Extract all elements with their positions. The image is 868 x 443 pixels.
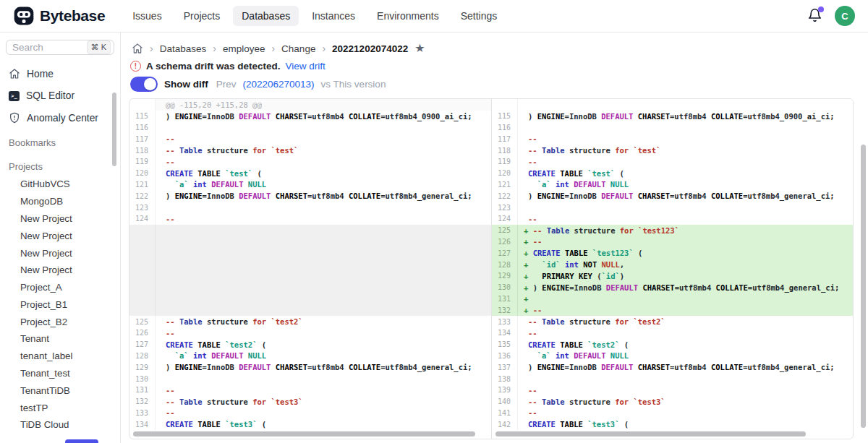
code-token: -- [166, 215, 175, 223]
line-number: 120 [492, 168, 518, 179]
notification-dot [818, 7, 824, 12]
brand[interactable]: Bytebase [13, 5, 105, 27]
sidebar-scrollbar-thumb[interactable] [112, 93, 116, 166]
code-token: structure [565, 146, 616, 155]
code-token: =InnoDB [203, 112, 239, 121]
nav-item-environments[interactable]: Environments [368, 6, 448, 26]
code-token: COLLATE [711, 112, 743, 121]
sidebar-item-home[interactable]: Home [6, 64, 114, 84]
diff-code-row: 130 [129, 373, 491, 384]
sidebar-project-item[interactable]: New Project [17, 227, 114, 244]
code-token: =utf8mb4_general_ci; [748, 283, 839, 292]
sidebar-project-item[interactable]: New Project [17, 244, 114, 262]
added-marker: + [524, 283, 533, 292]
sidebar-item-anomaly-center[interactable]: Anomaly Center [6, 108, 114, 128]
added-marker: + [524, 260, 533, 269]
code-token: ENGINE [537, 112, 565, 121]
sidebar-project-item[interactable]: Project_B2 [17, 313, 114, 330]
code-token: -- [528, 146, 542, 155]
line-number [129, 225, 156, 236]
line-number: 141 [492, 408, 518, 419]
breadcrumb-item[interactable]: Databases [160, 43, 207, 54]
code-token: ( [634, 249, 643, 257]
code-text: -- Table structure for `test2` [156, 316, 491, 327]
line-number: 118 [492, 145, 518, 156]
sidebar-project-item[interactable]: tenant_label [17, 348, 114, 365]
avatar[interactable]: C [835, 6, 855, 26]
sidebar-project-item[interactable]: Project_B1 [17, 296, 114, 313]
code-token: ( [257, 420, 266, 429]
code-token: -- [528, 329, 537, 337]
code-token: `id` [542, 260, 560, 269]
diff-added-row: 129+ PRIMARY KEY (`id`) [492, 270, 853, 282]
top-bar: Bytebase IssuesProjectsDatabasesInstance… [0, 0, 868, 33]
sidebar-project-item[interactable]: New Project [17, 210, 114, 228]
breadcrumb-item[interactable]: 20221202074022 [332, 43, 408, 54]
sidebar-project-item[interactable]: TiDB Cloud [17, 416, 114, 434]
diff-code-row: 119-- [129, 156, 491, 168]
view-drift-link[interactable]: View drift [286, 61, 326, 72]
code-token: NULL [602, 260, 620, 269]
code-text: -- [518, 384, 853, 396]
code-token: -- [166, 134, 175, 143]
line-number: 123 [129, 202, 156, 213]
code-token: -- [528, 386, 537, 395]
diff-pane-current: 115) ENGINE=InnoDB DEFAULT CHARSET=utf8m… [491, 99, 853, 439]
line-number: 140 [492, 396, 518, 408]
search-input[interactable] [12, 42, 73, 53]
home-icon[interactable] [132, 43, 143, 54]
code-token: COLLATE [716, 283, 748, 292]
nav-item-databases[interactable]: Databases [233, 6, 299, 26]
nav-item-settings[interactable]: Settings [452, 6, 506, 26]
nav-item-issues[interactable]: Issues [124, 6, 170, 26]
star-icon[interactable]: ★ [414, 43, 425, 54]
code-text: -- [156, 408, 491, 419]
code-token: =utf8mb4_0900_ai_ci; [380, 112, 472, 121]
code-token: PRIMARY [542, 272, 574, 280]
sidebar-project-item[interactable]: Tenant [17, 330, 114, 348]
search-box[interactable]: ⌘ K [6, 40, 114, 55]
line-number: 126 [492, 236, 518, 248]
breadcrumb-item[interactable]: employee [223, 43, 265, 54]
code-token: ENGINE [175, 363, 203, 371]
breadcrumb-items: ›Databases›employee›Change›2022120207402… [150, 43, 408, 54]
breadcrumb-item[interactable]: Change [281, 43, 315, 54]
page-scrollbar-thumb[interactable] [861, 145, 866, 428]
sidebar-section-bookmarks[interactable]: Bookmarks [6, 134, 114, 152]
line-number: 132 [129, 396, 156, 408]
sidebar-project-item[interactable]: GitHubVCS [17, 176, 114, 193]
show-diff-toggle[interactable] [130, 77, 158, 92]
line-number: 115 [492, 111, 518, 122]
sidebar-project-item[interactable]: New Project [17, 262, 114, 279]
sidebar-project-item[interactable]: Project_A [17, 279, 114, 296]
diff-toolbar: Show diff Prev (202206270013) vs This ve… [130, 77, 386, 92]
line-number [129, 247, 156, 259]
diff-code-row: 122) ENGINE=InnoDB DEFAULT CHARSET=utf8m… [129, 190, 491, 202]
sidebar-project-item[interactable]: Tenant_test [17, 365, 114, 382]
code-token: structure [569, 226, 620, 235]
code-text: -- [518, 213, 853, 225]
code-text: ) ENGINE=InnoDB DEFAULT CHARSET=utf8mb4 … [156, 111, 491, 122]
vs-label: vs This version [321, 79, 386, 90]
shield-icon [9, 112, 20, 124]
nav-item-instances[interactable]: Instances [303, 6, 364, 26]
code-token: -- [166, 317, 179, 326]
code-text [156, 304, 491, 316]
sidebar-project-item[interactable]: MongoDB [17, 193, 114, 210]
h-scrollbar-thumb[interactable] [133, 431, 475, 436]
code-token: -- [166, 386, 175, 395]
code-token: =utf8mb4 [670, 112, 711, 121]
line-number: 128 [492, 259, 518, 270]
prev-version-link[interactable]: (202206270013) [243, 79, 315, 90]
sidebar-project-item[interactable]: testTP [17, 399, 114, 416]
code-text [156, 247, 491, 259]
notifications-button[interactable] [807, 8, 823, 24]
nav-item-projects[interactable]: Projects [175, 6, 229, 26]
sidebar-item-sql-editor[interactable]: >_ SQL Editor [6, 86, 114, 106]
code-token: -- [528, 134, 537, 143]
code-token: -- [528, 215, 537, 223]
sidebar-section-projects[interactable]: Projects [6, 158, 114, 176]
toggle-knob [144, 78, 156, 90]
sidebar-project-item[interactable]: TenantTiDB [17, 382, 114, 399]
h-scrollbar-thumb[interactable] [495, 431, 806, 436]
